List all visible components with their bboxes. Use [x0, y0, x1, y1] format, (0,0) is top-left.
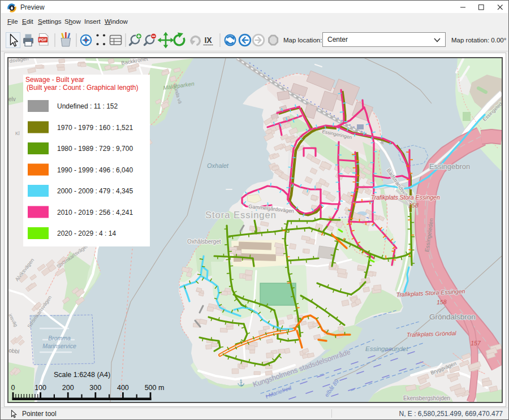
svg-text:(Built year : Count : Graphica: (Built year : Count : Graphical length): [27, 84, 138, 92]
svg-text:158: 158: [408, 202, 419, 209]
svg-text:Oxhalet: Oxhalet: [207, 162, 229, 169]
svg-text:Essingebron: Essingebron: [429, 162, 470, 171]
svg-text:Sewage - Built year: Sewage - Built year: [25, 76, 84, 84]
svg-text:2010 - 2019 : 256 : 4,241: 2010 - 2019 : 256 : 4,241: [57, 209, 133, 217]
svg-text:Undefined : 11 : 152: Undefined : 11 : 152: [57, 102, 118, 110]
svg-text:2000 - 2009 : 479 : 4,345: 2000 - 2009 : 479 : 4,345: [57, 187, 133, 195]
svg-text:IX: IX: [204, 36, 212, 45]
svg-text:2020 - 2029 : 4 : 14: 2020 - 2029 : 4 : 14: [57, 230, 116, 237]
svg-text:elv: elv: [8, 96, 16, 102]
svg-text:300: 300: [89, 384, 101, 392]
svg-text:157: 157: [471, 340, 481, 347]
svg-text:Marinservice: Marinservice: [42, 343, 76, 349]
svg-text:1970 - 1979 : 160 : 1,521: 1970 - 1979 : 160 : 1,521: [57, 124, 133, 132]
svg-text:Oxhålsberget: Oxhålsberget: [187, 239, 221, 245]
svg-text:Bromma: Bromma: [48, 335, 71, 341]
svg-text:Ekensbergshöjden: Ekensbergshöjden: [403, 395, 450, 401]
svg-text:400: 400: [117, 384, 129, 392]
svg-text:500 m: 500 m: [145, 384, 165, 392]
svg-text:1990 - 1999 : 496 : 6,040: 1990 - 1999 : 496 : 6,040: [57, 166, 133, 174]
svg-text:1980 - 1989 : 729 : 9,700: 1980 - 1989 : 729 : 9,700: [57, 145, 133, 153]
svg-text:⚓: ⚓: [237, 379, 245, 387]
svg-text:Kl: Kl: [15, 131, 20, 136]
svg-text:158: 158: [437, 298, 447, 306]
svg-text:Essingesundet: Essingesundet: [365, 345, 408, 352]
svg-text:PDF: PDF: [39, 38, 48, 42]
svg-text:Scale 1:6248 (A4): Scale 1:6248 (A4): [54, 371, 110, 379]
svg-text:100: 100: [34, 384, 46, 392]
svg-text:Trafikplats Stora Essingen: Trafikplats Stora Essingen: [371, 194, 440, 201]
svg-text:0: 0: [11, 384, 15, 392]
svg-text:200: 200: [62, 384, 74, 392]
svg-text:Stora Essingen: Stora Essingen: [205, 210, 277, 220]
svg-text:Gröndalsbron: Gröndalsbron: [429, 313, 476, 321]
